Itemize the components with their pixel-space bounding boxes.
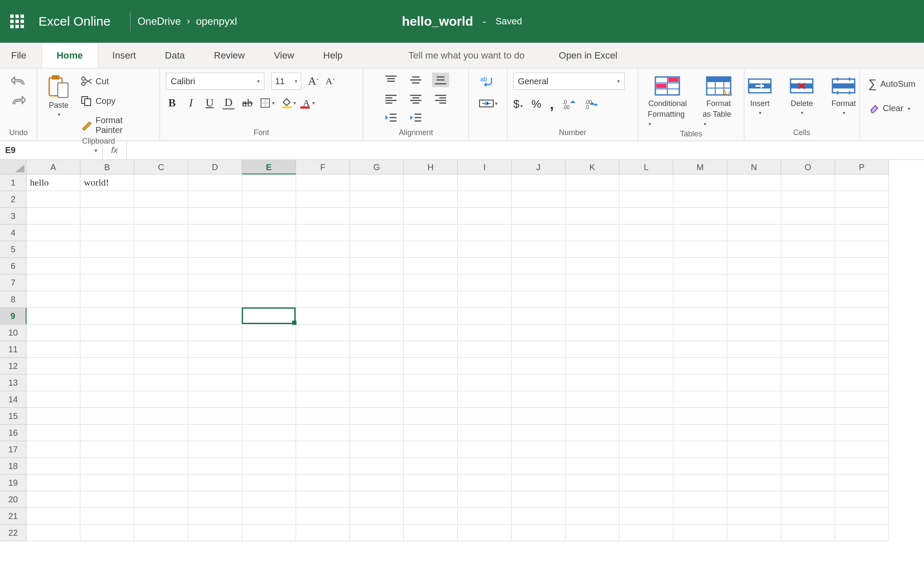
increase-decimal-button[interactable]: .0.00 <box>563 99 576 110</box>
cell[interactable] <box>350 425 404 441</box>
cell[interactable] <box>619 341 673 358</box>
align-middle-button[interactable] <box>407 73 424 87</box>
cell[interactable] <box>458 274 512 291</box>
cell[interactable] <box>404 174 458 191</box>
cell[interactable] <box>673 408 727 425</box>
cell[interactable] <box>781 324 835 341</box>
app-launcher-button[interactable] <box>0 15 34 28</box>
tab-file[interactable]: File <box>0 43 41 68</box>
cell[interactable] <box>242 341 296 358</box>
cell[interactable] <box>727 491 781 508</box>
cell[interactable] <box>80 308 134 324</box>
cell[interactable] <box>673 458 727 475</box>
cell[interactable] <box>458 341 512 358</box>
cell[interactable] <box>727 425 781 441</box>
cell[interactable] <box>673 475 727 491</box>
row-header[interactable]: 3 <box>0 208 27 224</box>
cell[interactable] <box>27 191 80 208</box>
cell[interactable] <box>566 375 619 391</box>
row-header[interactable]: 12 <box>0 358 27 375</box>
cell[interactable] <box>727 308 781 324</box>
cell[interactable] <box>350 408 404 425</box>
cell[interactable] <box>296 224 350 241</box>
delete-cells-button[interactable]: Delete▾ <box>785 73 819 118</box>
fill-color-button[interactable]: ▾ <box>281 98 296 108</box>
cell[interactable] <box>404 408 458 425</box>
cell[interactable] <box>619 174 673 191</box>
cell[interactable] <box>566 508 619 525</box>
cell[interactable] <box>619 291 673 308</box>
cell[interactable] <box>188 174 242 191</box>
cell[interactable] <box>27 425 80 441</box>
cell[interactable] <box>80 241 134 258</box>
cell[interactable] <box>27 458 80 475</box>
column-header[interactable]: D <box>188 160 242 174</box>
cell[interactable] <box>512 358 566 375</box>
cell[interactable] <box>242 208 296 224</box>
cell[interactable] <box>80 291 134 308</box>
cell[interactable] <box>512 291 566 308</box>
cell[interactable] <box>27 208 80 224</box>
cell[interactable] <box>458 291 512 308</box>
cell[interactable] <box>566 308 619 324</box>
cell[interactable] <box>781 224 835 241</box>
cell[interactable] <box>80 224 134 241</box>
cell[interactable] <box>404 308 458 324</box>
cell[interactable] <box>835 525 889 541</box>
cell[interactable] <box>27 408 80 425</box>
cell[interactable] <box>350 341 404 358</box>
cell[interactable] <box>835 208 889 224</box>
cell[interactable] <box>619 475 673 491</box>
cell[interactable] <box>619 191 673 208</box>
cell[interactable] <box>835 274 889 291</box>
cell[interactable] <box>727 375 781 391</box>
cell[interactable] <box>27 308 80 324</box>
align-center-button[interactable] <box>407 91 424 106</box>
cell[interactable] <box>80 491 134 508</box>
cell[interactable] <box>727 208 781 224</box>
open-in-excel-button[interactable]: Open in Excel <box>559 50 617 61</box>
cell[interactable] <box>619 258 673 274</box>
breadcrumb-item[interactable]: OneDrive <box>137 15 181 27</box>
tab-help[interactable]: Help <box>309 43 357 68</box>
cell[interactable] <box>134 441 188 458</box>
cell[interactable] <box>404 341 458 358</box>
cell[interactable] <box>673 341 727 358</box>
cell[interactable] <box>673 308 727 324</box>
cell[interactable] <box>350 475 404 491</box>
cell[interactable] <box>619 458 673 475</box>
decrease-decimal-button[interactable]: .00.0 <box>585 99 598 110</box>
cell[interactable] <box>727 358 781 375</box>
cell[interactable] <box>242 274 296 291</box>
tab-home[interactable]: Home <box>41 43 98 68</box>
cell[interactable] <box>512 241 566 258</box>
cell[interactable] <box>566 174 619 191</box>
cell[interactable] <box>566 441 619 458</box>
cell[interactable] <box>781 508 835 525</box>
column-header[interactable]: O <box>781 160 835 174</box>
cell[interactable] <box>134 408 188 425</box>
column-header[interactable]: H <box>404 160 458 174</box>
decrease-indent-button[interactable] <box>382 110 400 125</box>
cell[interactable] <box>80 274 134 291</box>
cell[interactable] <box>512 174 566 191</box>
cell[interactable] <box>134 375 188 391</box>
cell[interactable] <box>296 491 350 508</box>
cell[interactable] <box>512 375 566 391</box>
increase-indent-button[interactable] <box>407 110 424 125</box>
cell[interactable] <box>27 358 80 375</box>
cell[interactable] <box>80 508 134 525</box>
cell[interactable] <box>512 441 566 458</box>
cell[interactable] <box>242 458 296 475</box>
cell[interactable] <box>350 208 404 224</box>
cell[interactable] <box>296 291 350 308</box>
row-header[interactable]: 11 <box>0 341 27 358</box>
cell[interactable] <box>242 408 296 425</box>
cell[interactable] <box>781 425 835 441</box>
cell[interactable] <box>350 508 404 525</box>
cell[interactable] <box>134 291 188 308</box>
cell[interactable] <box>27 274 80 291</box>
cell[interactable] <box>296 341 350 358</box>
align-top-button[interactable] <box>382 73 400 87</box>
cell[interactable] <box>242 391 296 408</box>
